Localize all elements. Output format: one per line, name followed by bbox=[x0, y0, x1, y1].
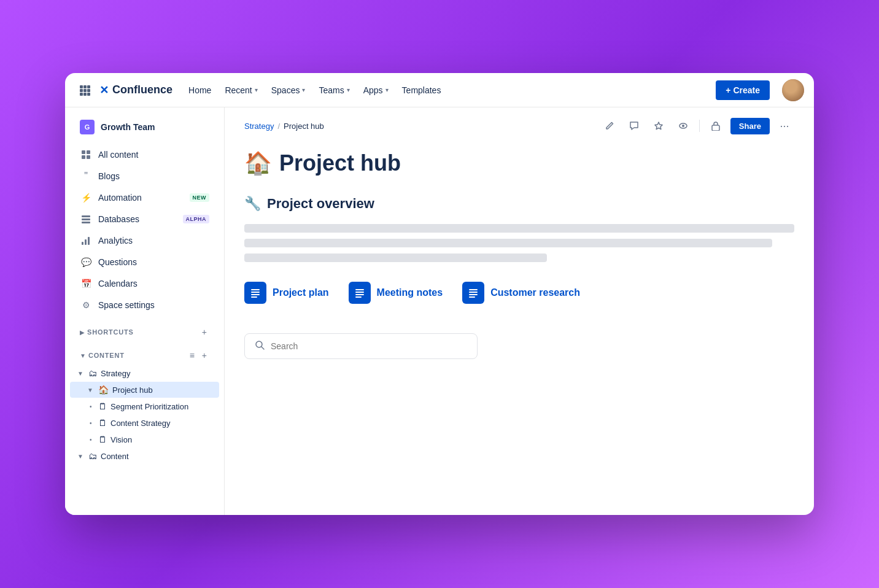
section-title: 🔧 Project overview bbox=[244, 196, 794, 212]
tree-item-content-strategy[interactable]: • 🗒 Content Strategy bbox=[70, 415, 219, 431]
svg-rect-1 bbox=[83, 85, 87, 88]
page-content: 🏠 Project hub 🔧 Project overview bbox=[225, 136, 814, 384]
blogs-icon: " bbox=[80, 170, 92, 182]
avatar[interactable] bbox=[782, 79, 804, 101]
svg-rect-23 bbox=[251, 292, 260, 293]
svg-rect-2 bbox=[87, 85, 90, 88]
search-wrapper bbox=[244, 333, 490, 359]
section-emoji: 🔧 bbox=[244, 196, 261, 212]
shortcuts-row: ▶ SHORTCUTS + bbox=[70, 323, 219, 341]
share-button[interactable]: Share bbox=[730, 118, 770, 134]
add-shortcut-button[interactable]: + bbox=[199, 326, 209, 338]
create-button[interactable]: + Create bbox=[716, 80, 770, 100]
skeleton-line bbox=[244, 253, 547, 262]
svg-rect-32 bbox=[469, 294, 478, 295]
bullet-icon: • bbox=[90, 403, 95, 410]
logo-x-icon: ✕ bbox=[99, 83, 109, 97]
search-input[interactable] bbox=[271, 341, 467, 351]
calendars-icon: 📅 bbox=[80, 277, 92, 290]
breadcrumb-separator: / bbox=[277, 122, 280, 131]
sidebar-space[interactable]: G Growth Team bbox=[70, 115, 219, 139]
chevron-down-icon: ▾ bbox=[385, 87, 389, 93]
lock-button[interactable] bbox=[706, 116, 726, 136]
tree-item-content[interactable]: ▼ 🗂 Content bbox=[70, 448, 219, 464]
svg-rect-5 bbox=[87, 89, 90, 92]
sidebar: G Growth Team All content " Blogs + bbox=[65, 107, 225, 515]
body: G Growth Team All content " Blogs + bbox=[65, 107, 814, 515]
star-button[interactable] bbox=[649, 116, 668, 136]
alpha-badge: ALPHA bbox=[183, 215, 210, 223]
action-separator bbox=[699, 120, 700, 132]
card-customer-research[interactable]: Customer research bbox=[462, 282, 580, 304]
questions-icon: 💬 bbox=[80, 256, 92, 268]
card-icon-meeting-notes bbox=[349, 282, 371, 304]
content-emoji: 🗂 bbox=[88, 451, 97, 461]
svg-rect-13 bbox=[82, 215, 90, 217]
add-content-button[interactable]: + bbox=[199, 349, 209, 362]
nav-apps[interactable]: Apps ▾ bbox=[357, 82, 395, 99]
nav-teams[interactable]: Teams ▾ bbox=[312, 82, 355, 99]
sidebar-item-analytics[interactable]: Analytics bbox=[70, 230, 219, 251]
svg-rect-25 bbox=[251, 296, 257, 298]
skeleton-line bbox=[244, 239, 772, 247]
svg-rect-8 bbox=[87, 93, 90, 96]
content-section-row: ▼ CONTENT ≡ + bbox=[70, 347, 219, 364]
nav-home[interactable]: Home bbox=[182, 82, 217, 99]
project-hub-emoji: 🏠 bbox=[98, 385, 109, 395]
svg-rect-29 bbox=[355, 296, 362, 298]
tree-item-vision[interactable]: • 🗒 Vision bbox=[70, 431, 219, 447]
svg-rect-10 bbox=[87, 150, 90, 154]
tree-item-strategy[interactable]: ▼ 🗂 Strategy bbox=[70, 365, 219, 381]
sidebar-item-space-settings[interactable]: ⚙ Space settings bbox=[70, 295, 219, 315]
svg-rect-9 bbox=[82, 150, 85, 154]
watch-button[interactable] bbox=[673, 116, 693, 136]
svg-rect-14 bbox=[82, 219, 90, 220]
more-options-button[interactable]: ··· bbox=[775, 116, 794, 136]
sidebar-item-databases[interactable]: Databases ALPHA bbox=[70, 209, 219, 230]
svg-rect-18 bbox=[88, 237, 90, 245]
logo[interactable]: ✕ Confluence bbox=[99, 83, 172, 97]
shortcuts-chevron-icon[interactable]: ▶ bbox=[80, 329, 85, 336]
nav-templates[interactable]: Templates bbox=[396, 82, 447, 99]
content-chevron-icon[interactable]: ▼ bbox=[80, 352, 86, 359]
skeleton-line bbox=[244, 224, 794, 233]
topnav: ✕ Confluence Home Recent ▾ Spaces ▾ Team… bbox=[65, 73, 814, 107]
analytics-icon bbox=[80, 234, 92, 247]
all-content-icon bbox=[80, 149, 92, 161]
sidebar-item-all-content[interactable]: All content bbox=[70, 144, 219, 165]
tree-item-segment-prioritization[interactable]: • 🗒 Segment Prioritization bbox=[70, 398, 219, 414]
logo-text: Confluence bbox=[112, 83, 172, 96]
space-name: Growth Team bbox=[101, 122, 155, 132]
nav-recent[interactable]: Recent ▾ bbox=[219, 82, 263, 99]
svg-rect-31 bbox=[469, 292, 478, 293]
filter-content-button[interactable]: ≡ bbox=[187, 349, 197, 362]
comment-button[interactable] bbox=[624, 116, 644, 136]
grid-icon[interactable] bbox=[75, 80, 95, 100]
sidebar-item-calendars[interactable]: 📅 Calendars bbox=[70, 273, 219, 294]
sidebar-item-questions[interactable]: 💬 Questions bbox=[70, 252, 219, 273]
new-badge: NEW bbox=[190, 193, 210, 202]
svg-rect-4 bbox=[83, 89, 87, 92]
bullet-icon: • bbox=[90, 420, 95, 427]
chevron-down-icon: ▾ bbox=[347, 87, 350, 93]
content-chevron-icon: ▼ bbox=[77, 453, 85, 460]
svg-rect-0 bbox=[80, 85, 83, 88]
nav-spaces[interactable]: Spaces ▾ bbox=[265, 82, 312, 99]
sidebar-item-automation[interactable]: ⚡ Automation NEW bbox=[70, 187, 219, 208]
svg-rect-24 bbox=[251, 294, 260, 295]
edit-button[interactable] bbox=[600, 116, 619, 136]
strategy-chevron-icon: ▼ bbox=[77, 370, 85, 377]
card-meeting-notes[interactable]: Meeting notes bbox=[349, 282, 443, 304]
chevron-down-icon: ▾ bbox=[302, 87, 305, 93]
project-hub-chevron-icon: ▼ bbox=[87, 387, 95, 393]
nav-links: Home Recent ▾ Spaces ▾ Teams ▾ Apps ▾ Te… bbox=[182, 82, 711, 99]
svg-rect-16 bbox=[82, 242, 83, 245]
sidebar-item-blogs[interactable]: " Blogs + bbox=[70, 166, 219, 187]
svg-rect-12 bbox=[87, 155, 90, 159]
breadcrumb-parent[interactable]: Strategy bbox=[244, 122, 274, 131]
svg-rect-17 bbox=[85, 239, 87, 245]
svg-rect-28 bbox=[355, 294, 364, 295]
card-project-plan[interactable]: Project plan bbox=[244, 282, 329, 304]
cards-row: Project plan Meeting notes bbox=[244, 282, 794, 304]
tree-item-project-hub[interactable]: ▼ 🏠 Project hub bbox=[70, 382, 219, 398]
